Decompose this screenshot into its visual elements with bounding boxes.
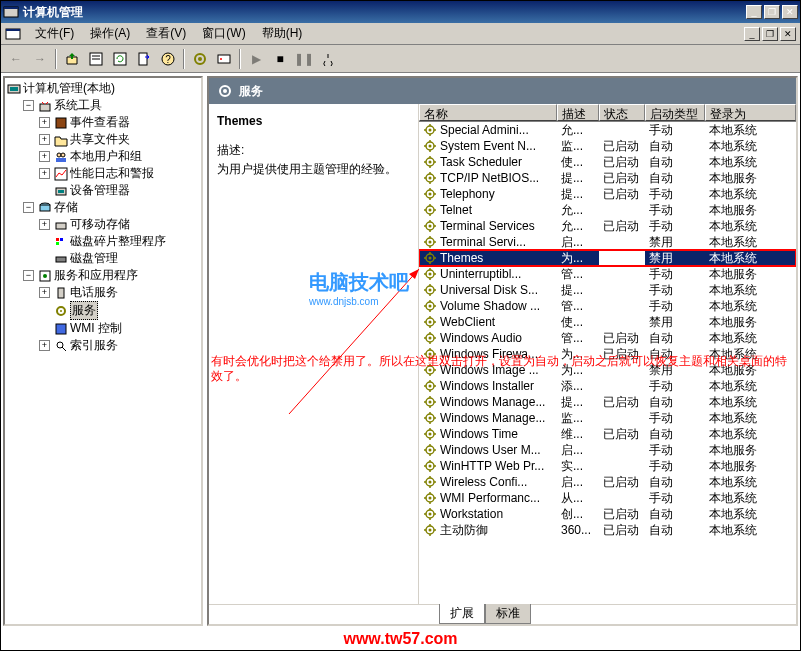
tree-root[interactable]: 计算机管理(本地) — [7, 80, 199, 97]
help-button[interactable]: ? — [157, 48, 179, 70]
close-button[interactable]: ✕ — [782, 5, 798, 19]
service-row[interactable]: Terminal Servi...启...禁用本地系统 — [419, 234, 796, 250]
service-row[interactable]: Workstation创...已启动自动本地系统 — [419, 506, 796, 522]
service-row[interactable]: Task Scheduler使...已启动自动本地系统 — [419, 154, 796, 170]
menu-help[interactable]: 帮助(H) — [254, 23, 311, 44]
service-row[interactable]: WMI Performanc...从...手动本地系统 — [419, 490, 796, 506]
menu-view[interactable]: 查看(V) — [138, 23, 194, 44]
service-row[interactable]: WebClient使...禁用本地服务 — [419, 314, 796, 330]
tree-label: 性能日志和警报 — [70, 165, 154, 182]
tree-perf-logs[interactable]: +性能日志和警报 — [39, 165, 199, 182]
col-status[interactable]: 状态 — [599, 104, 645, 121]
tool-button-1[interactable] — [189, 48, 211, 70]
service-row[interactable]: Telnet允...手动本地服务 — [419, 202, 796, 218]
service-row[interactable]: Windows User M...启...手动本地服务 — [419, 442, 796, 458]
up-button[interactable] — [61, 48, 83, 70]
cell-startup: 手动 — [645, 298, 705, 315]
service-row[interactable]: Terminal Services允...已启动手动本地系统 — [419, 218, 796, 234]
refresh-button[interactable] — [109, 48, 131, 70]
service-row[interactable]: Telephony提...已启动手动本地系统 — [419, 186, 796, 202]
tree-system-tools[interactable]: − 系统工具 — [23, 97, 199, 114]
tree-pane[interactable]: 计算机管理(本地) − 系统工具 +事件查看器 +共享文件夹 +本地用户和组 — [3, 76, 203, 626]
mdi-close[interactable]: ✕ — [780, 27, 796, 41]
menubar: 文件(F) 操作(A) 查看(V) 窗口(W) 帮助(H) _ ❐ ✕ — [1, 23, 800, 45]
menu-file[interactable]: 文件(F) — [27, 23, 82, 44]
tab-standard[interactable]: 标准 — [485, 604, 531, 624]
perf-icon — [54, 167, 68, 181]
col-desc[interactable]: 描述 — [557, 104, 599, 121]
tree-disk-mgmt[interactable]: 磁盘管理 — [39, 250, 199, 267]
svg-rect-31 — [56, 257, 66, 262]
tree-wmi[interactable]: WMI 控制 — [39, 320, 199, 337]
tree-services-node[interactable]: 服务 — [39, 301, 199, 320]
tree-indexing[interactable]: +索引服务 — [39, 337, 199, 354]
service-row[interactable]: Themes为...禁用本地系统 — [419, 250, 796, 266]
menu-action[interactable]: 操作(A) — [82, 23, 138, 44]
service-row[interactable]: Volume Shadow ...管...手动本地系统 — [419, 298, 796, 314]
tree-services-apps[interactable]: − 服务和应用程序 — [23, 267, 199, 284]
svg-rect-30 — [56, 242, 59, 245]
cell-status: 已启动 — [599, 186, 645, 203]
service-gear-icon — [423, 443, 437, 457]
minimize-button[interactable]: _ — [746, 5, 762, 19]
service-row[interactable]: System Event N...监...已启动自动本地系统 — [419, 138, 796, 154]
stop-button[interactable]: ■ — [269, 48, 291, 70]
cell-logon: 本地服务 — [705, 314, 796, 331]
tree-defrag[interactable]: 磁盘碎片整理程序 — [39, 233, 199, 250]
svg-point-145 — [429, 401, 432, 404]
tree-storage[interactable]: − 存储 — [23, 199, 199, 216]
titlebar: 计算机管理 _ ❐ ✕ — [1, 1, 800, 23]
tree-telephony[interactable]: +电话服务 — [39, 284, 199, 301]
tab-extended[interactable]: 扩展 — [439, 604, 485, 624]
export-button[interactable] — [133, 48, 155, 70]
cell-logon: 本地系统 — [705, 250, 796, 267]
service-row[interactable]: Universal Disk S...提...手动本地系统 — [419, 282, 796, 298]
tree-device-mgr[interactable]: 设备管理器 — [39, 182, 199, 199]
service-row[interactable]: WinHTTP Web Pr...实...手动本地服务 — [419, 458, 796, 474]
col-logon[interactable]: 登录为 — [705, 104, 796, 121]
cell-logon: 本地系统 — [705, 426, 796, 443]
pause-button[interactable]: ❚❚ — [293, 48, 315, 70]
menu-window[interactable]: 窗口(W) — [194, 23, 253, 44]
cell-name: System Event N... — [419, 139, 557, 153]
service-row[interactable]: Windows Manage...提...已启动自动本地系统 — [419, 394, 796, 410]
play-button[interactable]: ▶ — [245, 48, 267, 70]
col-name[interactable]: 名称 — [419, 104, 557, 121]
cell-logon: 本地系统 — [705, 234, 796, 251]
tree-shared-folders[interactable]: +共享文件夹 — [39, 131, 199, 148]
detail-desc-text: 为用户提供使用主题管理的经验。 — [217, 161, 410, 178]
service-row[interactable]: TCP/IP NetBIOS...提...已启动自动本地服务 — [419, 170, 796, 186]
svg-point-181 — [429, 497, 432, 500]
svg-rect-3 — [6, 29, 20, 31]
cell-status: 已启动 — [599, 154, 645, 171]
forward-button[interactable]: → — [29, 48, 51, 70]
col-startup[interactable]: 启动类型 — [645, 104, 705, 121]
back-button[interactable]: ← — [5, 48, 27, 70]
service-row[interactable]: Uninterruptibl...管...手动本地服务 — [419, 266, 796, 282]
cell-logon: 本地系统 — [705, 282, 796, 299]
cell-desc: 管... — [557, 266, 599, 283]
maximize-button[interactable]: ❐ — [764, 5, 780, 19]
svg-point-14 — [220, 58, 222, 60]
svg-point-73 — [429, 209, 432, 212]
svg-rect-29 — [60, 238, 63, 241]
service-row[interactable]: Windows Time维...已启动自动本地系统 — [419, 426, 796, 442]
service-row[interactable]: 主动防御360...已启动自动本地系统 — [419, 522, 796, 538]
folder-share-icon — [54, 133, 68, 147]
cell-desc: 维... — [557, 426, 599, 443]
tree-event-viewer[interactable]: +事件查看器 — [39, 114, 199, 131]
tree-local-users[interactable]: +本地用户和组 — [39, 148, 199, 165]
mdi-restore[interactable]: ❐ — [762, 27, 778, 41]
service-row[interactable]: Wireless Confi...启...已启动自动本地系统 — [419, 474, 796, 490]
tree-removable[interactable]: +可移动存储 — [39, 216, 199, 233]
service-row[interactable]: Windows Manage...监...手动本地系统 — [419, 410, 796, 426]
service-row[interactable]: Windows Audio管...已启动自动本地系统 — [419, 330, 796, 346]
service-row[interactable]: Special Admini...允...手动本地系统 — [419, 122, 796, 138]
restart-button[interactable] — [317, 48, 339, 70]
mdi-minimize[interactable]: _ — [744, 27, 760, 41]
props-button[interactable] — [85, 48, 107, 70]
tool-button-2[interactable] — [213, 48, 235, 70]
svg-point-61 — [429, 177, 432, 180]
cell-desc: 提... — [557, 170, 599, 187]
cell-status: 已启动 — [599, 506, 645, 523]
